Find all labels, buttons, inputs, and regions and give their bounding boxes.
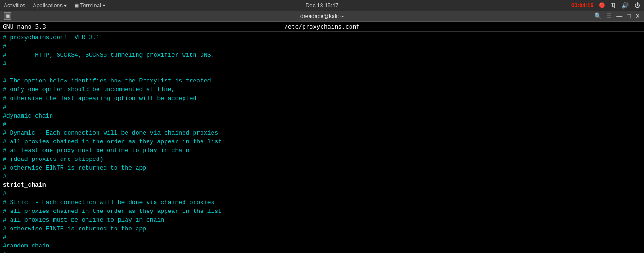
system-bar: Activities Applications ▾ ▣ Terminal ▾ D…	[0, 0, 644, 11]
editor-line: # at least one proxy must be online to p…	[3, 147, 190, 154]
editor-line: # Strict - Each connection will be done …	[3, 199, 214, 206]
editor-line: #	[3, 190, 6, 197]
editor-line: # The option below identifies how the Pr…	[3, 77, 214, 84]
terminal-title: dreadace@kali: ~	[300, 13, 344, 19]
editor-line: # all proxies chained in the order as th…	[3, 208, 222, 215]
editor-line: #	[3, 43, 6, 50]
editor-line: # otherwise the last appearing option wi…	[3, 95, 196, 102]
editor-line: #dynamic_chain	[3, 112, 53, 119]
editor-line: # only one option should be uncommented …	[3, 86, 175, 93]
search-button[interactable]: 🔍	[594, 12, 602, 19]
sound-icon: 🔊	[621, 2, 629, 9]
timer-icon: 🔴	[599, 2, 605, 8]
activities-button[interactable]: Activities	[4, 2, 25, 9]
menu-button[interactable]: ☰	[606, 12, 612, 19]
maximize-button[interactable]: □	[627, 12, 631, 19]
editor-line: # otherwise EINTR is returned to the app	[3, 225, 146, 232]
editor-line: strict_chain	[3, 182, 46, 188]
system-bar-left: Activities Applications ▾ ▣ Terminal ▾	[4, 2, 105, 9]
terminal-title-bar: ▣ dreadace@kali: ~ 🔍 ☰ — □ ✕	[0, 11, 644, 22]
editor-line: #random_chain	[3, 242, 49, 249]
editor-line: #	[3, 251, 6, 253]
editor-line: # otherwise EINTR is returned to the app	[3, 165, 146, 171]
system-bar-right: 00:04:15 🔴 ⇅ 🔊 ⏻	[571, 2, 640, 9]
network-icon: ⇅	[611, 2, 616, 9]
system-timer: 00:04:15	[571, 2, 593, 9]
editor-line: #	[3, 104, 6, 111]
editor-line: #	[3, 60, 6, 67]
title-bar-left: ▣	[4, 12, 11, 20]
terminal-menu[interactable]: ▣ Terminal ▾	[74, 2, 105, 9]
editor-line: # HTTP, SOCKS4, SOCKS5 tunneling proxifi…	[3, 52, 214, 59]
editor-line: # Dynamic - Each connection will be done…	[3, 129, 218, 136]
system-bar-datetime: Dec 18 15:47	[305, 2, 338, 9]
close-button[interactable]: ✕	[635, 12, 640, 19]
editor-line: # all proxies must be online to play in …	[3, 217, 164, 224]
terminal-window-icon: ▣	[4, 12, 11, 20]
nano-version: GNU nano 5.3	[3, 23, 46, 30]
editor-line: # (dead proxies are skipped)	[3, 156, 103, 163]
editor-line: #	[3, 173, 6, 180]
editor-content[interactable]: # proxychains.conf VER 3.1 # # HTTP, SOC…	[0, 32, 644, 253]
editor-line: # all proxies chained in the order as th…	[3, 138, 222, 145]
power-icon: ⏻	[634, 2, 640, 9]
title-bar-controls: 🔍 ☰ — □ ✕	[594, 12, 640, 19]
nano-filename: /etc/proxychains.conf	[284, 23, 360, 30]
applications-menu[interactable]: Applications ▾	[33, 2, 67, 9]
editor-line: #	[3, 234, 6, 241]
editor-line: #	[3, 121, 6, 128]
terminal-menu-icon: ▣	[74, 2, 79, 8]
nano-header-bar: GNU nano 5.3 /etc/proxychains.conf	[0, 22, 644, 32]
minimize-button[interactable]: —	[616, 12, 622, 19]
editor-line: # proxychains.conf VER 3.1	[3, 34, 100, 41]
